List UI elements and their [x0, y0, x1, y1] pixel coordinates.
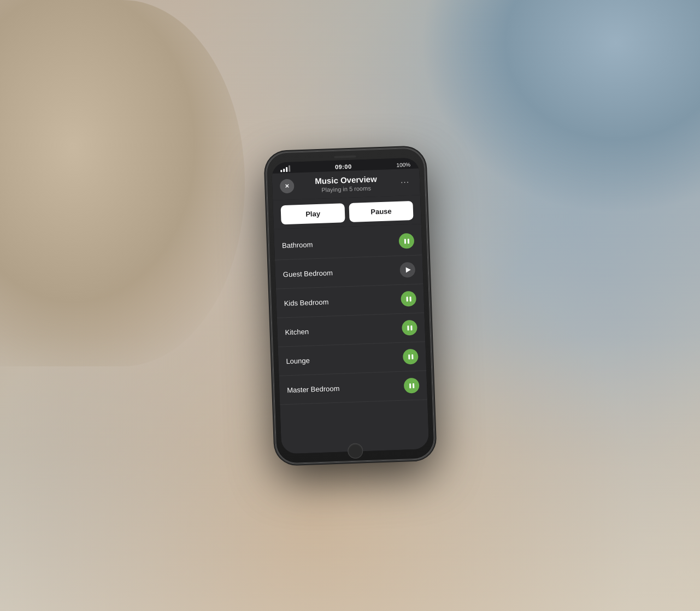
more-dots-icon: ···	[400, 176, 409, 187]
room-item[interactable]: Bathroom	[274, 226, 422, 260]
close-button[interactable]: ×	[279, 178, 294, 193]
room-name: Bathroom	[281, 240, 313, 249]
header-center: Music Overview Playing in 5 rooms	[293, 173, 398, 194]
pause-room-button[interactable]	[401, 319, 417, 335]
room-item[interactable]: Lounge	[278, 342, 426, 376]
play-button[interactable]: Play	[280, 203, 345, 224]
pause-room-button[interactable]	[402, 348, 418, 364]
pause-icon	[409, 383, 414, 388]
room-name: Guest Bedroom	[283, 268, 333, 278]
room-item[interactable]: Kids Bedroom	[275, 284, 424, 318]
room-item[interactable]: Kitchen	[277, 313, 425, 347]
signal-indicator	[280, 165, 290, 172]
more-options-button[interactable]: ···	[397, 174, 412, 189]
play-icon	[405, 267, 410, 272]
phone-device: 09:00 100% × Music Overview Playing in 5…	[266, 147, 435, 464]
pause-icon	[405, 296, 410, 301]
pause-icon	[407, 325, 411, 330]
room-name: Lounge	[286, 356, 310, 365]
pause-icon	[408, 354, 413, 359]
status-time: 09:00	[334, 163, 351, 170]
app-header: × Music Overview Playing in 5 rooms ···	[272, 168, 420, 200]
room-name: Kids Bedroom	[284, 297, 328, 307]
pause-room-button[interactable]	[403, 377, 419, 393]
pause-room-button[interactable]	[401, 290, 416, 306]
phone-wrapper: 09:00 100% × Music Overview Playing in 5…	[266, 147, 435, 464]
status-battery: 100%	[396, 161, 410, 168]
playback-controls: Play Pause	[273, 195, 421, 229]
room-list: BathroomGuest BedroomKids BedroomKitchen…	[274, 224, 429, 454]
speaker-grill	[334, 155, 356, 158]
home-button[interactable]	[347, 443, 363, 459]
pause-room-button[interactable]	[398, 233, 414, 248]
room-name: Kitchen	[285, 327, 309, 336]
room-name: Master Bedroom	[287, 384, 340, 394]
pause-button[interactable]: Pause	[349, 200, 413, 222]
play-room-button[interactable]	[399, 262, 415, 277]
room-item[interactable]: Master Bedroom	[279, 371, 427, 405]
room-item[interactable]: Guest Bedroom	[275, 255, 423, 289]
phone-screen: 09:00 100% × Music Overview Playing in 5…	[271, 157, 428, 454]
pause-icon	[404, 238, 409, 243]
